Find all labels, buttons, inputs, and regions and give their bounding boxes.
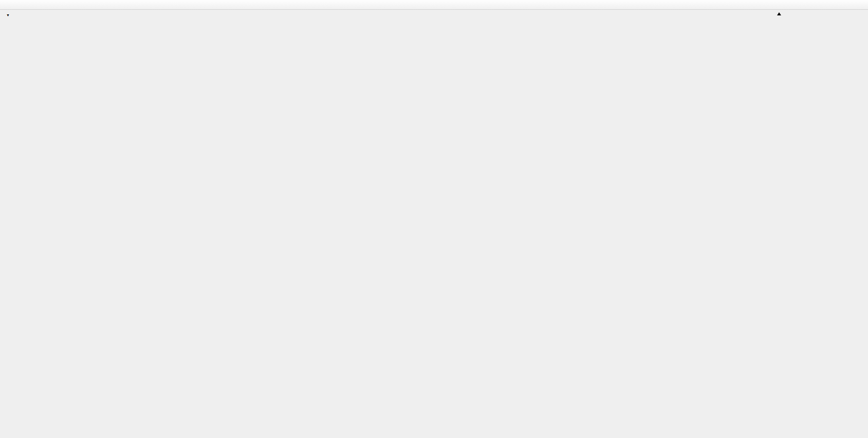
chart-menu-collapse-icon[interactable]: ▼ <box>6 13 10 17</box>
candlestick-chart-canvas[interactable] <box>0 0 868 438</box>
chart-title: ▼ <box>6 13 17 17</box>
main-toolbar <box>0 0 868 10</box>
chart-shift-marker[interactable] <box>777 12 781 15</box>
